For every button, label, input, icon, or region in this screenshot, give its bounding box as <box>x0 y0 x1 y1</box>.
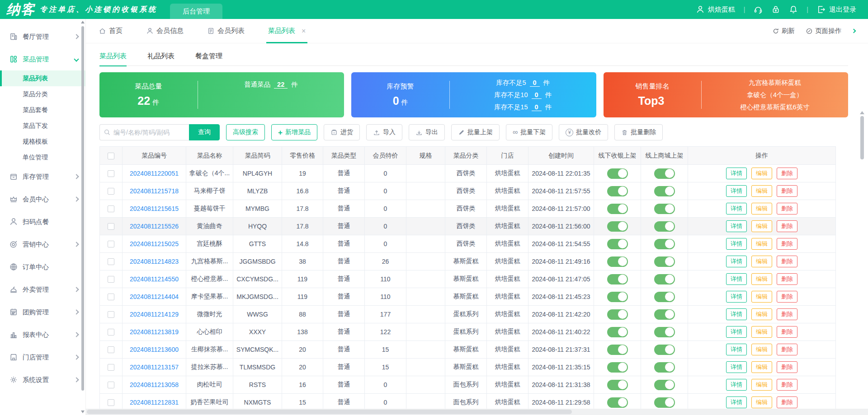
mall-onshelf-toggle[interactable] <box>654 168 675 179</box>
sidebar-item-restaurant[interactable]: 餐厅管理 <box>0 25 85 48</box>
tab-member-list[interactable]: 会员列表 <box>207 19 245 43</box>
row-checkbox[interactable] <box>108 258 114 265</box>
sidebar-subitem-dish-combo[interactable]: 菜品套餐 <box>0 102 85 118</box>
mall-onshelf-toggle[interactable] <box>654 380 675 390</box>
delete-button[interactable]: 删除 <box>777 220 797 232</box>
tab-member-info[interactable]: 会员信息 <box>146 19 184 43</box>
mall-onshelf-toggle[interactable] <box>654 327 675 337</box>
batch-delete-button[interactable]: 批量删除 <box>614 124 663 140</box>
edit-button[interactable]: 编辑 <box>751 344 772 355</box>
detail-button[interactable]: 详情 <box>726 344 747 355</box>
scroll-down-icon[interactable] <box>81 410 85 413</box>
batch-price-button[interactable]: ¥ 批量改价 <box>559 124 608 140</box>
detail-button[interactable]: 详情 <box>726 273 747 285</box>
row-checkbox[interactable] <box>108 241 114 247</box>
pos-onshelf-toggle[interactable] <box>607 186 628 196</box>
pos-onshelf-toggle[interactable] <box>607 274 628 284</box>
sidebar-item-groupbuy[interactable]: 团购管理 <box>0 301 85 323</box>
delete-button[interactable]: 删除 <box>777 326 797 338</box>
sidebar-subitem-spec-template[interactable]: 规格模板 <box>0 134 85 149</box>
pos-onshelf-toggle[interactable] <box>607 327 628 337</box>
stock-count[interactable]: 0 <box>532 91 542 99</box>
pos-onshelf-toggle[interactable] <box>607 362 628 373</box>
mall-onshelf-toggle[interactable] <box>654 292 675 302</box>
dish-code-link[interactable]: 20240811212831 <box>130 399 179 406</box>
search-button[interactable]: 查询 <box>189 124 220 140</box>
edit-button[interactable]: 编辑 <box>751 256 772 267</box>
pos-onshelf-toggle[interactable] <box>607 168 628 179</box>
delete-button[interactable]: 删除 <box>777 291 797 303</box>
dish-code-link[interactable]: 20240811213600 <box>130 346 179 353</box>
row-checkbox[interactable] <box>108 311 114 318</box>
edit-button[interactable]: 编辑 <box>751 308 772 320</box>
row-checkbox[interactable] <box>108 205 114 212</box>
normal-dish-count[interactable]: 22 <box>274 81 288 89</box>
edit-button[interactable]: 编辑 <box>751 291 772 303</box>
row-checkbox[interactable] <box>108 382 114 388</box>
delete-button[interactable]: 删除 <box>777 273 797 285</box>
mall-onshelf-toggle[interactable] <box>654 274 675 284</box>
delete-button[interactable]: 删除 <box>777 396 797 408</box>
inner-tab-dish-list[interactable]: 菜品列表 <box>99 46 127 66</box>
edit-button[interactable]: 编辑 <box>751 220 772 232</box>
row-checkbox[interactable] <box>108 329 114 336</box>
select-all-checkbox[interactable] <box>108 153 114 159</box>
delete-button[interactable]: 删除 <box>777 256 797 267</box>
mall-onshelf-toggle[interactable] <box>654 256 675 267</box>
sidebar-scrollbar[interactable] <box>80 20 85 414</box>
chevron-right-icon[interactable] <box>852 29 856 33</box>
pos-onshelf-toggle[interactable] <box>607 256 628 267</box>
detail-button[interactable]: 详情 <box>726 326 747 338</box>
detail-button[interactable]: 详情 <box>726 238 747 250</box>
sidebar-item-order[interactable]: 订单中心 <box>0 256 85 278</box>
edit-button[interactable]: 编辑 <box>751 273 772 285</box>
delete-button[interactable]: 删除 <box>777 344 797 355</box>
sidebar-item-takeout[interactable]: 外卖管理 <box>0 278 85 301</box>
refresh-button[interactable]: 刷新 <box>772 27 795 35</box>
delete-button[interactable]: 删除 <box>777 185 797 197</box>
dish-code-link[interactable]: 20240811214404 <box>130 293 179 300</box>
panel-scrollbar[interactable] <box>860 111 864 406</box>
scroll-up-icon[interactable] <box>81 21 85 23</box>
close-icon[interactable]: × <box>302 27 306 35</box>
mall-onshelf-toggle[interactable] <box>654 186 675 196</box>
detail-button[interactable]: 详情 <box>726 220 747 232</box>
dish-code-link[interactable]: 20240811214823 <box>130 258 179 265</box>
edit-button[interactable]: 编辑 <box>751 379 772 391</box>
notifications-button[interactable] <box>789 5 798 14</box>
detail-button[interactable]: 详情 <box>726 256 747 267</box>
horizontal-scrollbar-thumb[interactable] <box>87 410 572 414</box>
pos-onshelf-toggle[interactable] <box>607 221 628 232</box>
mall-onshelf-toggle[interactable] <box>654 204 675 214</box>
support-button[interactable] <box>754 5 763 14</box>
pos-onshelf-toggle[interactable] <box>607 345 628 355</box>
detail-button[interactable]: 详情 <box>726 168 747 179</box>
add-dish-button[interactable]: +新增菜品 <box>271 124 317 140</box>
purchase-button[interactable]: 进货 <box>324 124 360 140</box>
scroll-up-icon[interactable] <box>860 111 864 114</box>
advanced-search-button[interactable]: 高级搜索 <box>226 124 265 140</box>
row-checkbox[interactable] <box>108 364 114 371</box>
dish-code-link[interactable]: 20240811213157 <box>130 364 179 371</box>
delete-button[interactable]: 删除 <box>777 238 797 250</box>
delete-button[interactable]: 删除 <box>777 168 797 179</box>
backstage-tab[interactable]: 后台管理 <box>170 4 222 19</box>
mall-onshelf-toggle[interactable] <box>654 397 675 408</box>
row-checkbox[interactable] <box>108 399 114 406</box>
edit-button[interactable]: 编辑 <box>751 168 772 179</box>
dish-code-link[interactable]: 20240811214129 <box>130 311 179 318</box>
sidebar-scrollbar-thumb[interactable] <box>81 26 84 391</box>
delete-button[interactable]: 删除 <box>777 308 797 320</box>
dish-code-link[interactable]: 20240811213058 <box>130 381 179 388</box>
row-checkbox[interactable] <box>108 294 114 300</box>
detail-button[interactable]: 详情 <box>726 185 747 197</box>
mall-onshelf-toggle[interactable] <box>654 239 675 249</box>
export-button[interactable]: 导出 <box>409 124 445 140</box>
sidebar-subitem-dish-list[interactable]: 菜品列表 <box>0 70 85 86</box>
sidebar-item-stock[interactable]: 库存管理 <box>0 165 85 188</box>
panel-scrollbar-thumb[interactable] <box>860 116 864 159</box>
delete-button[interactable]: 删除 <box>777 361 797 373</box>
logout-button[interactable]: 退出登录 <box>817 5 856 14</box>
sidebar-item-store[interactable]: 门店管理 <box>0 346 85 368</box>
sidebar-subitem-unit-manage[interactable]: 单位管理 <box>0 149 85 165</box>
